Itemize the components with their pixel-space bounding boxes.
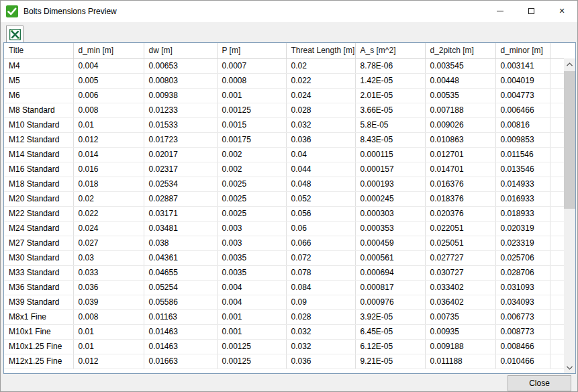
table-cell[interactable]: 0.01663 [144,354,217,369]
table-cell[interactable]: 0.004 [217,295,286,309]
table-cell[interactable]: 0.02534 [144,177,217,191]
table-cell[interactable]: 0.036 [286,354,355,369]
table-cell[interactable]: 0.020376 [425,206,495,221]
table-cell[interactable]: 8.43E-05 [355,132,425,147]
table-cell[interactable]: 0.008 [73,103,144,117]
table-cell[interactable]: 0.022 [286,73,355,88]
table-cell[interactable]: 0.004773 [495,88,550,103]
table-cell[interactable]: 0.004 [73,58,144,73]
table-cell[interactable]: 0.01463 [144,339,217,354]
table-cell[interactable]: 0.003 [217,236,286,250]
table-cell[interactable]: 0.033402 [425,280,495,295]
table-cell[interactable]: 0.00803 [144,73,217,88]
table-cell[interactable]: 0.0035 [217,250,286,265]
table-cell[interactable]: 0.027727 [425,250,495,265]
table-cell[interactable]: 0.072 [286,250,355,265]
table-row[interactable]: M8 Standard0.0080.012330.001250.0283.66E… [4,103,564,117]
table-cell[interactable]: M18 Standard [4,177,73,191]
table-cell[interactable]: 0.028706 [495,265,550,280]
table-row[interactable]: M30 Standard0.030.043610.00350.0720.0005… [4,250,564,265]
table-cell[interactable]: 0.032 [286,339,355,354]
table-cell[interactable]: 0.002 [217,147,286,162]
table-cell[interactable]: 0.020319 [495,221,550,236]
table-cell[interactable]: 0.0025 [217,177,286,191]
table-row[interactable]: M10x1.25 Fine0.010.014630.001250.0326.12… [4,339,564,354]
table-cell[interactable]: 0.010466 [495,354,550,369]
table-cell[interactable]: 0.022051 [425,221,495,236]
table-cell[interactable]: 0.0008 [217,73,286,88]
table-cell[interactable]: 8.78E-06 [355,58,425,73]
table-cell[interactable]: 3.66E-05 [355,103,425,117]
table-cell[interactable]: M30 Standard [4,250,73,265]
table-cell[interactable]: 0.004019 [495,73,550,88]
table-row[interactable]: M20 Standard0.020.028870.00250.0520.0002… [4,191,564,206]
table-cell[interactable]: 0.028 [286,103,355,117]
table-row[interactable]: M12 Standard0.0120.017230.001750.0368.43… [4,132,564,147]
table-cell[interactable]: 0.044 [286,162,355,177]
table-cell[interactable]: 0.000245 [355,191,425,206]
table-cell[interactable]: 0.016376 [425,177,495,191]
table-cell[interactable]: 0.000193 [355,177,425,191]
table-cell[interactable]: 0.022 [73,206,144,221]
table-cell[interactable]: M33 Standard [4,265,73,280]
table-cell[interactable]: 0.01463 [144,324,217,339]
table-cell[interactable]: M12 Standard [4,132,73,147]
table-cell[interactable]: 0.008 [73,309,144,324]
scrollbar-thumb[interactable] [564,71,575,209]
table-cell[interactable]: 0.048 [286,177,355,191]
table-cell[interactable]: 0.036 [73,280,144,295]
table-cell[interactable]: 0.034093 [495,295,550,309]
table-cell[interactable]: 0.084 [286,280,355,295]
table-cell[interactable]: 0.006 [73,88,144,103]
table-cell[interactable]: 0.09 [286,295,355,309]
table-cell[interactable]: 0.000353 [355,221,425,236]
column-header[interactable]: d_2pitch [m] [425,43,495,58]
table-cell[interactable]: 0.01533 [144,117,217,132]
table-cell[interactable]: 0.036 [286,132,355,147]
table-cell[interactable]: 0.002 [217,162,286,177]
table-cell[interactable]: 2.01E-05 [355,88,425,103]
table-cell[interactable]: 0.014 [73,147,144,162]
table-cell[interactable]: 0.001 [217,309,286,324]
table-cell[interactable]: 1.42E-05 [355,73,425,88]
table-cell[interactable]: M5 [4,73,73,88]
table-cell[interactable]: M39 Standard [4,295,73,309]
table-cell[interactable]: 0.000115 [355,147,425,162]
table-cell[interactable]: 0.000157 [355,162,425,177]
table-cell[interactable]: 0.000561 [355,250,425,265]
table-cell[interactable]: 0.011188 [425,354,495,369]
minimize-button[interactable] [485,1,516,21]
table-cell[interactable]: 0.066 [286,236,355,250]
table-cell[interactable]: 3.92E-05 [355,309,425,324]
column-header[interactable]: d_min [m] [73,43,144,58]
table-cell[interactable]: M10x1.25 Fine [4,339,73,354]
table-cell[interactable]: 6.12E-05 [355,339,425,354]
table-cell[interactable]: 0.0025 [217,191,286,206]
table-cell[interactable]: 0.023319 [495,236,550,250]
table-cell[interactable]: 0.012 [73,132,144,147]
table-row[interactable]: M24 Standard0.0240.034810.0030.060.00035… [4,221,564,236]
table-cell[interactable]: 0.000817 [355,280,425,295]
scroll-up-button[interactable] [564,58,575,70]
table-cell[interactable]: 0.018 [73,177,144,191]
column-header[interactable]: A_s [m^2] [355,43,425,58]
table-cell[interactable]: 0.01233 [144,103,217,117]
table-cell[interactable]: 0.00175 [217,132,286,147]
table-row[interactable]: M36 Standard0.0360.052540.0040.0840.0008… [4,280,564,295]
table-row[interactable]: M12x1.25 Fine0.0120.016630.001250.0369.2… [4,354,564,369]
table-cell[interactable]: 9.21E-05 [355,354,425,369]
table-cell[interactable]: M22 Standard [4,206,73,221]
table-cell[interactable]: 0.013546 [495,162,550,177]
table-cell[interactable]: 0.006466 [495,103,550,117]
table-cell[interactable]: M6 [4,88,73,103]
table-cell[interactable]: 0.01 [73,339,144,354]
table-row[interactable]: M40.0040.006530.00070.028.78E-060.003545… [4,58,564,73]
table-cell[interactable]: 0.036402 [425,295,495,309]
table-cell[interactable]: 0.02887 [144,191,217,206]
table-cell[interactable]: M27 Standard [4,236,73,250]
table-cell[interactable]: 0.014933 [495,177,550,191]
table-cell[interactable]: 0.032 [286,117,355,132]
table-cell[interactable]: 0.009188 [425,339,495,354]
table-cell[interactable]: 0.056 [286,206,355,221]
table-cell[interactable]: M4 [4,58,73,73]
